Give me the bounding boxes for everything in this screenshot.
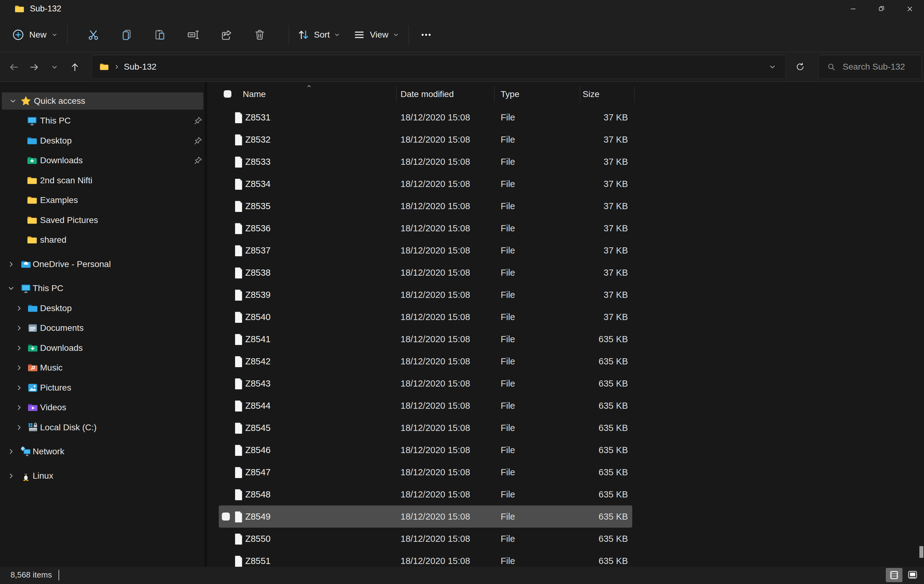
sidebar-item-local-disk-c-[interactable]: Local Disk (C:) <box>0 418 205 438</box>
column-header-size[interactable]: Size <box>582 82 599 106</box>
chevron-right-icon[interactable] <box>15 403 23 412</box>
column-resize-handle[interactable] <box>494 86 495 102</box>
table-row[interactable]: Z853218/12/2020 15:08File37 KB <box>219 129 632 151</box>
table-row[interactable]: Z854118/12/2020 15:08File635 KB <box>219 328 632 350</box>
copy-button[interactable] <box>116 24 138 45</box>
column-header-date-modified[interactable]: Date modified <box>401 82 454 106</box>
sidebar-item-2nd-scan-nifti[interactable]: 2nd scan Nifti <box>0 171 205 191</box>
toolbar-icon-group <box>74 24 282 45</box>
vertical-scrollbar-thumb[interactable] <box>919 546 923 558</box>
sidebar-item-music[interactable]: Music <box>0 358 205 378</box>
table-row[interactable]: Z854518/12/2020 15:08File635 KB <box>219 417 632 439</box>
chevron-right-icon[interactable] <box>15 363 23 372</box>
linux-label: Linux <box>33 471 53 481</box>
file-name: Z8540 <box>245 306 271 328</box>
quick-access-items: This PCDesktopDownloads2nd scan NiftiExa… <box>0 111 205 250</box>
breadcrumb-folder-name[interactable]: Sub-132 <box>124 62 157 72</box>
restore-button[interactable] <box>867 0 896 18</box>
table-row[interactable]: Z853818/12/2020 15:08File37 KB <box>219 262 632 284</box>
details-view-button[interactable] <box>886 568 903 582</box>
sidebar-item-this-pc[interactable]: This PC <box>0 279 205 299</box>
paste-button[interactable] <box>149 24 171 45</box>
rename-button[interactable] <box>182 24 204 45</box>
sidebar-item-downloads[interactable]: Downloads <box>0 151 205 171</box>
table-row[interactable]: Z853318/12/2020 15:08File37 KB <box>219 151 632 173</box>
chevron-down-icon[interactable] <box>8 97 17 106</box>
table-row[interactable]: Z853918/12/2020 15:08File37 KB <box>219 284 632 306</box>
file-size: 635 KB <box>560 373 628 394</box>
thumbnail-view-button[interactable] <box>904 568 921 582</box>
close-button[interactable] <box>896 0 924 18</box>
table-row[interactable]: Z853418/12/2020 15:08File37 KB <box>219 173 632 195</box>
see-more-button[interactable] <box>416 28 436 41</box>
table-row[interactable]: Z853618/12/2020 15:08File37 KB <box>219 217 632 239</box>
refresh-button[interactable] <box>790 57 810 76</box>
file-type: File <box>501 417 515 439</box>
view-button[interactable]: View <box>353 28 399 41</box>
chevron-right-icon[interactable] <box>15 423 23 432</box>
sidebar-item-videos[interactable]: Videos <box>0 398 205 418</box>
up-button[interactable] <box>65 57 85 77</box>
back-button[interactable] <box>4 57 24 77</box>
file-icon <box>234 488 244 501</box>
column-header-type[interactable]: Type <box>501 82 520 106</box>
search-box[interactable] <box>818 55 922 79</box>
chevron-right-icon[interactable] <box>7 260 15 269</box>
sidebar-item-linux[interactable]: Linux <box>0 466 205 486</box>
table-row[interactable]: Z853518/12/2020 15:08File37 KB <box>219 195 632 217</box>
ellipsis-icon <box>420 28 432 41</box>
sidebar-item-downloads[interactable]: Downloads <box>0 338 205 358</box>
file-type: File <box>501 550 515 567</box>
column-resize-handle[interactable] <box>580 86 580 102</box>
sidebar-item-saved-pictures[interactable]: Saved Pictures <box>0 210 205 230</box>
sidebar-item-pictures[interactable]: Pictures <box>0 378 205 398</box>
address-bar[interactable]: Sub-132 <box>91 55 785 79</box>
sidebar-item-label: Desktop <box>40 304 72 313</box>
table-row[interactable]: Z854218/12/2020 15:08File635 KB <box>219 350 632 373</box>
column-resize-handle[interactable] <box>634 86 635 102</box>
sort-button[interactable]: Sort <box>297 28 340 41</box>
file-date-modified: 18/12/2020 15:08 <box>401 106 470 129</box>
table-row[interactable]: Z855118/12/2020 15:08File635 KB <box>219 550 632 567</box>
minimize-button[interactable] <box>839 0 867 18</box>
table-row[interactable]: Z854618/12/2020 15:08File635 KB <box>219 439 632 461</box>
file-icon <box>234 554 244 567</box>
table-row[interactable]: Z855018/12/2020 15:08File635 KB <box>219 528 632 550</box>
chevron-right-icon[interactable] <box>15 304 23 313</box>
search-input[interactable] <box>842 62 919 72</box>
chevron-right-icon[interactable] <box>15 324 23 332</box>
sidebar-item-quick-access[interactable]: Quick access <box>2 92 203 110</box>
sidebar-item-documents[interactable]: Documents <box>0 318 205 338</box>
table-row[interactable]: Z854718/12/2020 15:08File635 KB <box>219 461 632 483</box>
chevron-right-icon[interactable] <box>7 472 15 480</box>
forward-button[interactable] <box>24 57 45 77</box>
table-row[interactable]: Z854018/12/2020 15:08File37 KB <box>219 306 632 328</box>
item-checkbox[interactable] <box>222 513 230 521</box>
table-row[interactable]: Z854918/12/2020 15:08File635 KB <box>219 505 632 528</box>
table-row[interactable]: Z854418/12/2020 15:08File635 KB <box>219 394 632 417</box>
pane-divider[interactable] <box>205 82 207 567</box>
table-row[interactable]: Z853118/12/2020 15:08File37 KB <box>219 106 632 129</box>
sidebar-item-this-pc[interactable]: This PC <box>0 111 205 131</box>
table-row[interactable]: Z854818/12/2020 15:08File635 KB <box>219 483 632 505</box>
select-all-checkbox[interactable] <box>224 90 231 97</box>
cut-button[interactable] <box>82 24 104 45</box>
table-row[interactable]: Z853718/12/2020 15:08File37 KB <box>219 239 632 262</box>
chevron-down-icon[interactable] <box>7 284 15 293</box>
sidebar-item-network[interactable]: Network <box>0 442 205 462</box>
delete-button[interactable] <box>249 24 271 45</box>
sidebar-item-desktop[interactable]: Desktop <box>0 131 205 151</box>
sidebar-item-shared[interactable]: shared <box>0 230 205 250</box>
chevron-right-icon[interactable] <box>15 344 23 352</box>
chevron-right-icon[interactable] <box>15 383 23 392</box>
share-button[interactable] <box>215 24 238 45</box>
new-button[interactable]: New <box>12 28 58 41</box>
table-row[interactable]: Z854318/12/2020 15:08File635 KB <box>219 373 632 394</box>
sidebar-item-examples[interactable]: Examples <box>0 190 205 210</box>
chevron-right-icon[interactable] <box>7 447 15 456</box>
sidebar-item-desktop[interactable]: Desktop <box>0 299 205 318</box>
sidebar-item-onedrive[interactable]: OneDrive - Personal <box>0 254 205 274</box>
recent-locations-button[interactable] <box>45 57 65 77</box>
column-header-name[interactable]: Name <box>243 82 266 106</box>
address-dropdown-icon[interactable] <box>768 63 777 71</box>
